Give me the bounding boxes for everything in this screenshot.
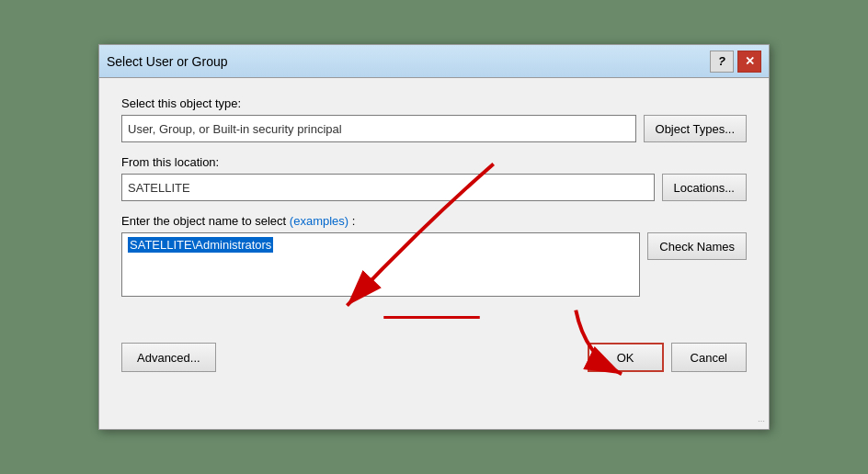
object-name-colon: :: [352, 214, 356, 228]
cancel-button[interactable]: Cancel: [671, 343, 747, 372]
object-name-section: Enter the object name to select (example…: [121, 214, 747, 297]
object-type-label: Select this object type:: [121, 96, 747, 110]
title-bar-left: Select User or Group: [107, 54, 228, 69]
location-row: Locations...: [121, 174, 747, 201]
object-type-group: Select this object type: Object Types...: [121, 96, 747, 142]
footer-left: Advanced...: [121, 343, 580, 372]
object-types-button[interactable]: Object Types...: [644, 115, 747, 142]
ok-button[interactable]: OK: [588, 343, 664, 372]
examples-link[interactable]: (examples): [290, 214, 348, 228]
location-label: From this location:: [121, 155, 747, 169]
title-bar-right: ? ✕: [710, 51, 761, 73]
title-bar: Select User or Group ? ✕: [99, 45, 769, 78]
check-names-button[interactable]: Check Names: [647, 232, 747, 260]
location-group: From this location: Locations...: [121, 155, 747, 201]
object-type-input[interactable]: [121, 115, 636, 142]
dialog-footer: Advanced... OK Cancel: [99, 333, 769, 387]
object-name-textarea-wrapper: SATELLITE\Administrators: [121, 232, 640, 297]
close-button[interactable]: ✕: [737, 51, 761, 73]
select-user-dialog: Select User or Group ? ✕ Select this obj…: [98, 44, 770, 430]
dialog-title: Select User or Group: [107, 54, 228, 69]
object-name-input-row: SATELLITE\Administrators Check Names: [121, 232, 747, 297]
advanced-button[interactable]: Advanced...: [121, 343, 216, 372]
help-button[interactable]: ?: [710, 51, 734, 73]
locations-button[interactable]: Locations...: [662, 174, 748, 201]
location-input[interactable]: [121, 174, 655, 201]
object-name-label-text: Enter the object name to select: [121, 214, 286, 228]
object-type-row: Object Types...: [121, 115, 747, 142]
dialog-body: Select this object type: Object Types...…: [99, 78, 769, 333]
dialog-overlay: Select User or Group ? ✕ Select this obj…: [0, 0, 868, 474]
resize-handle[interactable]: ⋯: [758, 418, 767, 427]
object-name-display[interactable]: SATELLITE\Administrators: [121, 232, 640, 297]
footer-right: OK Cancel: [588, 343, 747, 372]
resize-dots-icon: ⋯: [758, 418, 767, 425]
object-name-label: Enter the object name to select (example…: [121, 214, 747, 228]
